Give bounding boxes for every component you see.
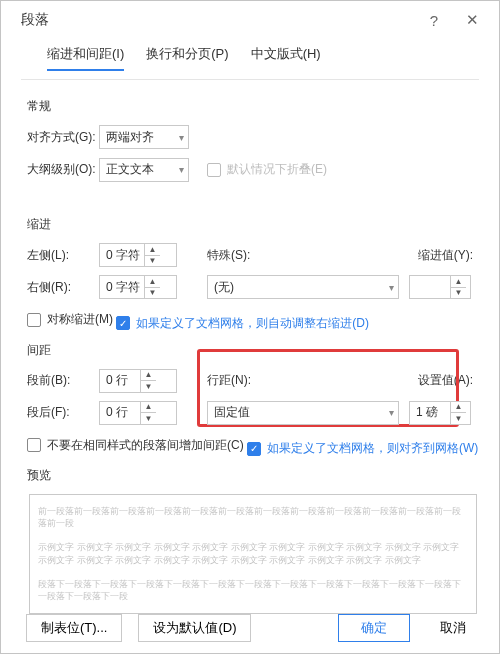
chevron-down-icon: ▾ (383, 407, 394, 418)
no-space-same-style-label: 不要在相同样式的段落间增加间距(C) (47, 437, 244, 454)
preview-box: 前一段落前一段落前一段落前一段落前一段落前一段落前一段落前一段落前一段落前一段落… (29, 494, 477, 614)
space-before-label: 段前(B): (27, 372, 99, 389)
cancel-button[interactable]: 取消 (426, 614, 480, 642)
dialog-footer: 制表位(T)... 设为默认值(D) 确定 取消 (0, 606, 500, 648)
tabs-button[interactable]: 制表位(T)... (26, 614, 122, 642)
chevron-down-icon: ▾ (173, 132, 184, 143)
titlebar: 段落 ? ✕ (1, 1, 499, 39)
space-before-spin[interactable]: 0 行 ▲▼ (99, 369, 177, 393)
special-label: 特殊(S): (189, 247, 267, 264)
outline-label: 大纲级别(O): (27, 161, 99, 178)
no-space-same-style-checkbox[interactable] (27, 438, 41, 452)
ok-button[interactable]: 确定 (338, 614, 410, 642)
indent-by-spin[interactable]: ▲▼ (409, 275, 471, 299)
space-after-value: 0 行 (100, 404, 140, 421)
auto-adjust-right-label: 如果定义了文档网格，则自动调整右缩进(D) (136, 315, 369, 332)
outline-select[interactable]: 正文文本 ▾ (99, 158, 189, 182)
special-value: (无) (214, 279, 234, 296)
preview-text: 前一段落前一段落前一段落前一段落前一段落前一段落前一段落前一段落前一段落前一段落… (38, 505, 468, 602)
space-before-value: 0 行 (100, 372, 140, 389)
space-after-label: 段后(F): (27, 404, 99, 421)
collapse-checkbox (207, 163, 221, 177)
indent-by-label: 缩进值(Y): (267, 247, 479, 264)
spacing-at-spin[interactable]: 1 磅 ▲▼ (409, 401, 471, 425)
indent-right-label: 右侧(R): (27, 279, 99, 296)
close-icon[interactable]: ✕ (453, 5, 491, 35)
tab-strip: 缩进和间距(I) 换行和分页(P) 中文版式(H) (21, 39, 479, 80)
space-after-spin[interactable]: 0 行 ▲▼ (99, 401, 177, 425)
snap-to-grid-checkbox[interactable]: ✓ (247, 442, 261, 456)
chevron-down-icon: ▾ (383, 282, 394, 293)
spinner-arrows[interactable]: ▲▼ (450, 276, 466, 298)
collapse-label: 默认情况下折叠(E) (227, 161, 327, 178)
line-spacing-value: 固定值 (214, 404, 250, 421)
help-icon[interactable]: ? (415, 5, 453, 35)
outline-value: 正文文本 (106, 161, 154, 178)
alignment-select[interactable]: 两端对齐 ▾ (99, 125, 189, 149)
alignment-value: 两端对齐 (106, 129, 154, 146)
indent-right-value: 0 字符 (100, 279, 144, 296)
mirror-indent-label: 对称缩进(M) (47, 311, 113, 328)
section-preview: 预览 (27, 467, 479, 484)
special-select[interactable]: (无) ▾ (207, 275, 399, 299)
line-spacing-select[interactable]: 固定值 ▾ (207, 401, 399, 425)
alignment-label: 对齐方式(G): (27, 129, 99, 146)
chevron-down-icon: ▾ (173, 164, 184, 175)
spacing-at-value: 1 磅 (410, 404, 450, 421)
set-default-button[interactable]: 设为默认值(D) (138, 614, 251, 642)
indent-left-spin[interactable]: 0 字符 ▲▼ (99, 243, 177, 267)
dialog-title: 段落 (21, 11, 415, 29)
spinner-arrows[interactable]: ▲▼ (450, 402, 466, 424)
indent-left-value: 0 字符 (100, 247, 144, 264)
dialog-body: 常规 对齐方式(G): 两端对齐 ▾ 大纲级别(O): 正文文本 ▾ 默认情况下… (1, 80, 499, 614)
spinner-arrows[interactable]: ▲▼ (144, 276, 160, 298)
spinner-arrows[interactable]: ▲▼ (144, 244, 160, 266)
paragraph-dialog: 段落 ? ✕ 缩进和间距(I) 换行和分页(P) 中文版式(H) 常规 对齐方式… (0, 0, 500, 654)
snap-to-grid-label: 如果定义了文档网格，则对齐到网格(W) (267, 440, 478, 457)
indent-left-label: 左侧(L): (27, 247, 99, 264)
auto-adjust-right-checkbox[interactable]: ✓ (116, 316, 130, 330)
tab-line-page[interactable]: 换行和分页(P) (146, 41, 228, 71)
tab-indent-spacing[interactable]: 缩进和间距(I) (47, 41, 124, 71)
mirror-indent-checkbox[interactable] (27, 313, 41, 327)
spinner-arrows[interactable]: ▲▼ (140, 370, 156, 392)
spinner-arrows[interactable]: ▲▼ (140, 402, 156, 424)
tab-asian[interactable]: 中文版式(H) (251, 41, 321, 71)
section-general: 常规 (27, 98, 479, 115)
section-indent: 缩进 (27, 216, 479, 233)
indent-right-spin[interactable]: 0 字符 ▲▼ (99, 275, 177, 299)
